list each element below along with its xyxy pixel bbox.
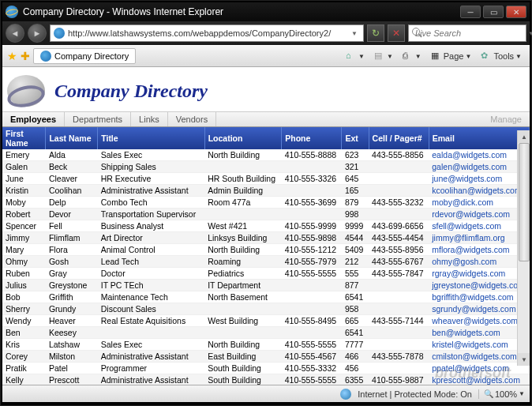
address-bar[interactable]: ▼ <box>50 24 364 42</box>
browser-tab[interactable]: Company Directory <box>33 48 136 64</box>
back-button[interactable]: ◄ <box>6 24 24 43</box>
url-input[interactable] <box>68 28 346 38</box>
cell-ext: 645 <box>342 173 369 185</box>
cell-first: Kelly <box>2 374 46 385</box>
table-row[interactable]: PratikPatelProgrammerSouth Building410-5… <box>2 363 530 374</box>
cell-title: Real Estate Aquisitions <box>98 315 204 327</box>
col-header[interactable]: Phone <box>282 127 342 149</box>
table-row[interactable]: MaryFloraAnimal ControlNorth Building410… <box>2 244 530 256</box>
table-row[interactable]: JuliusGreystoneIT PC TEchIT Department87… <box>2 280 530 291</box>
cell-first: Galen <box>2 161 46 173</box>
cell-first: Jimmy <box>2 232 46 244</box>
table-row[interactable]: WendyHeaverReal Estate AquisitionsWest B… <box>2 315 530 327</box>
col-header[interactable]: Last Name <box>46 127 98 149</box>
search-box[interactable]: ▼ <box>408 24 526 42</box>
cell-cell <box>369 303 429 315</box>
feeds-button[interactable]: ▤▼ <box>371 50 396 62</box>
table-row[interactable]: BobGriffithMaintenance TechNorth Basemen… <box>2 291 530 303</box>
refresh-button[interactable]: ↻ <box>367 24 384 42</box>
scroll-down-arrow[interactable]: ▼ <box>518 353 530 366</box>
cell-phone <box>282 303 342 315</box>
page-menu[interactable]: ▦Page▼ <box>428 50 475 62</box>
zoom-control[interactable]: 🔍 100% ▼ <box>478 389 525 399</box>
cell-last: Gray <box>46 268 98 280</box>
cell-phone <box>282 280 342 291</box>
globe-icon <box>340 389 351 400</box>
search-dropdown[interactable]: ▼ <box>528 30 532 37</box>
search-input[interactable] <box>415 28 525 38</box>
cell-loc: West #421 <box>204 220 282 232</box>
forward-button[interactable]: ► <box>28 24 47 43</box>
table-row[interactable]: JimmyFlimflamArt DirectorLinksys Buildin… <box>2 232 530 244</box>
logo-icon <box>7 75 45 107</box>
cell-phone: 410-555-4567 <box>282 351 342 363</box>
cell-cell <box>369 185 429 197</box>
maximize-button[interactable]: ▭ <box>483 6 504 18</box>
cell-title: Animal Control <box>98 244 204 256</box>
cell-loc <box>204 303 282 315</box>
table-row[interactable]: RobertDevorTransportation Supervisor998r… <box>2 209 530 220</box>
navtab-vendors[interactable]: Vendors <box>168 112 216 126</box>
table-row[interactable]: GalenBeckShipping Sales321galen@widgets.… <box>2 161 530 173</box>
add-favorite-icon[interactable]: ✚ <box>21 50 30 62</box>
cell-phone: 410-555-3699 <box>282 197 342 209</box>
cell-last: Gosh <box>46 256 98 268</box>
table-row[interactable]: SherryGrundyDiscount Sales958sgrundy@wid… <box>2 303 530 315</box>
table-row[interactable]: KellyPrescottAdministrative AssistantSou… <box>2 374 530 385</box>
home-button[interactable]: ⌂▼ <box>343 50 368 62</box>
col-header[interactable]: Email <box>429 127 529 149</box>
cell-cell: 443-555-3232 <box>369 197 429 209</box>
navtab-departments[interactable]: Departments <box>65 112 131 126</box>
page-icon <box>54 28 65 39</box>
table-row[interactable]: JuneCleaverHR ExecutiveHR South Building… <box>2 173 530 185</box>
cell-email: ealda@widgets.com <box>429 149 529 161</box>
scroll-up-arrow[interactable]: ▲ <box>518 130 530 143</box>
table-row[interactable]: KristinCoolihanAdministrative AssistantA… <box>2 185 530 197</box>
cell-loc: North Building <box>204 339 282 351</box>
cell-loc: Roaming <box>204 256 282 268</box>
nav-row: ◄ ► ▼ ↻ ✕ ▼ <box>2 21 530 45</box>
cell-first: Spencer <box>2 220 46 232</box>
cell-email: ohmy@gosh.com <box>429 256 529 268</box>
table-row[interactable]: BenKeesey6541ben@widgets.com <box>2 327 530 339</box>
print-button[interactable]: ⎙▼ <box>399 50 425 62</box>
navtab-manage[interactable]: Manage <box>482 112 530 126</box>
col-header[interactable]: Location <box>204 127 282 149</box>
table-row[interactable]: OhmyGoshLead TechRoaming410-555-79792124… <box>2 256 530 268</box>
tools-menu[interactable]: ✿Tools▼ <box>478 50 525 62</box>
cell-cell <box>369 280 429 291</box>
navtab-employees[interactable]: Employees <box>2 112 65 126</box>
cell-ext: 466 <box>342 351 369 363</box>
table-row[interactable]: RubenGrayDoctorPediatrics410-555-5555555… <box>2 268 530 280</box>
col-header[interactable]: First Name <box>2 127 46 149</box>
minimize-button[interactable]: ─ <box>460 6 481 18</box>
navtab-links[interactable]: Links <box>131 112 168 126</box>
scroll-thumb[interactable] <box>519 143 530 261</box>
cell-email: bgriffith@widgets.com <box>429 291 529 303</box>
cell-ext: 879 <box>342 197 369 209</box>
cell-phone: 410-555-5555 <box>282 268 342 280</box>
stop-button[interactable]: ✕ <box>388 24 405 42</box>
page-title: Company Directory <box>54 81 208 102</box>
table-row[interactable]: MobyDelpCombo TechRoom 477a410-555-36998… <box>2 197 530 209</box>
table-row[interactable]: CoreyMilstonAdministrative AssistantEast… <box>2 351 530 363</box>
vertical-scrollbar[interactable]: ▲ ▼ <box>517 130 530 366</box>
col-header[interactable]: Ext <box>342 127 369 149</box>
cell-title: Sales Exec <box>98 339 204 351</box>
cell-cell: 443-555-6767 <box>369 256 429 268</box>
cell-cell: 443-555-8956 <box>369 244 429 256</box>
close-button[interactable]: ✕ <box>506 6 526 18</box>
favorites-icon[interactable]: ★ <box>7 50 17 62</box>
url-dropdown[interactable]: ▼ <box>349 30 360 37</box>
col-header[interactable]: Title <box>98 127 204 149</box>
col-header[interactable]: Cell / Pager# <box>369 127 429 149</box>
cell-last: Milston <box>46 351 98 363</box>
cell-cell: 443-555-4454 <box>369 232 429 244</box>
table-row[interactable]: SpencerFellBusiness AnalystWest #421410-… <box>2 220 530 232</box>
cell-last: Flora <box>46 244 98 256</box>
table-row[interactable]: EmeryAldaSales ExecNorth Building410-555… <box>2 149 530 161</box>
table-row[interactable]: KrisLatshawSales ExecNorth Building410-5… <box>2 339 530 351</box>
cell-last: Fell <box>46 220 98 232</box>
cell-loc <box>204 161 282 173</box>
cell-title: Administrative Assistant <box>98 374 204 385</box>
